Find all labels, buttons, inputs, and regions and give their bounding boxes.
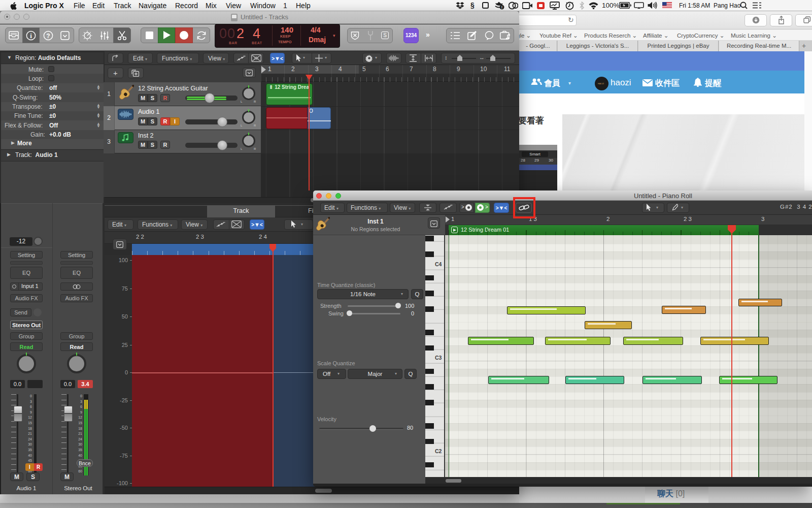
- svg-text:!: !: [501, 6, 502, 9]
- svg-text:i: i: [30, 32, 32, 40]
- svg-text:?: ?: [46, 33, 50, 40]
